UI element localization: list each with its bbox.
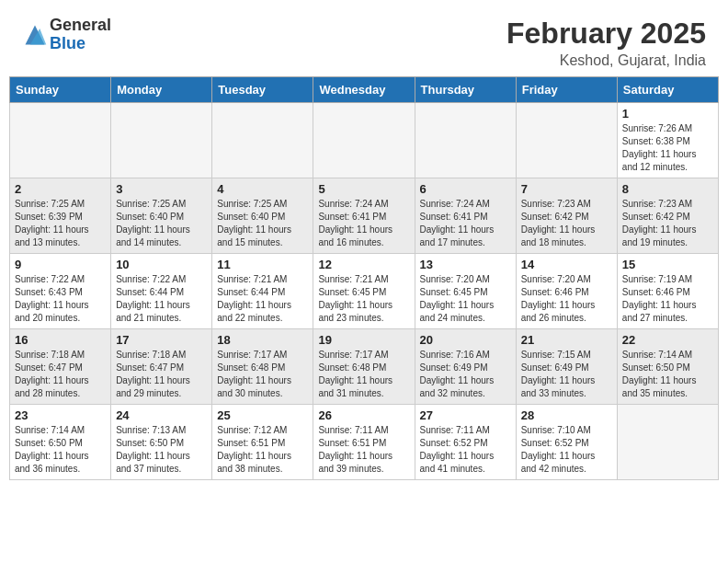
- day-cell-6: 6Sunrise: 7:24 AM Sunset: 6:41 PM Daylig…: [415, 178, 516, 254]
- logo-general-text: General: [50, 17, 111, 35]
- day-cell-8: 8Sunrise: 7:23 AM Sunset: 6:42 PM Daylig…: [617, 178, 718, 254]
- day-info: Sunrise: 7:11 AM Sunset: 6:51 PM Dayligh…: [318, 424, 409, 476]
- day-info: Sunrise: 7:24 AM Sunset: 6:41 PM Dayligh…: [420, 198, 511, 249]
- day-number: 10: [116, 258, 207, 271]
- week-row-5: 23Sunrise: 7:14 AM Sunset: 6:50 PM Dayli…: [10, 405, 719, 480]
- calendar-wrapper: SundayMondayTuesdayWednesdayThursdayFrid…: [0, 76, 728, 489]
- logo: General Blue: [22, 17, 111, 53]
- day-cell-13: 13Sunrise: 7:20 AM Sunset: 6:45 PM Dayli…: [415, 254, 516, 329]
- day-info: Sunrise: 7:19 AM Sunset: 6:46 PM Dayligh…: [622, 273, 713, 325]
- day-number: 2: [15, 182, 106, 196]
- day-cell-17: 17Sunrise: 7:18 AM Sunset: 6:47 PM Dayli…: [111, 329, 212, 405]
- day-cell-16: 16Sunrise: 7:18 AM Sunset: 6:47 PM Dayli…: [10, 329, 111, 405]
- logo-blue-text: Blue: [50, 35, 111, 53]
- day-number: 5: [318, 182, 409, 196]
- day-info: Sunrise: 7:20 AM Sunset: 6:45 PM Dayligh…: [420, 273, 511, 325]
- day-cell-23: 23Sunrise: 7:14 AM Sunset: 6:50 PM Dayli…: [10, 405, 111, 480]
- title-block: February 2025 Keshod, Gujarat, India: [506, 17, 706, 69]
- day-header-sunday: Sunday: [10, 77, 111, 103]
- week-row-3: 9Sunrise: 7:22 AM Sunset: 6:43 PM Daylig…: [10, 254, 719, 329]
- day-info: Sunrise: 7:11 AM Sunset: 6:52 PM Dayligh…: [420, 424, 511, 476]
- empty-cell: [313, 103, 415, 178]
- day-info: Sunrise: 7:12 AM Sunset: 6:51 PM Dayligh…: [217, 424, 308, 476]
- day-header-friday: Friday: [516, 77, 617, 103]
- day-cell-1: 1Sunrise: 7:26 AM Sunset: 6:38 PM Daylig…: [617, 103, 718, 178]
- day-info: Sunrise: 7:23 AM Sunset: 6:42 PM Dayligh…: [622, 198, 713, 249]
- calendar-header: SundayMondayTuesdayWednesdayThursdayFrid…: [10, 77, 719, 103]
- empty-cell: [516, 103, 617, 178]
- empty-cell: [212, 103, 313, 178]
- day-number: 19: [318, 333, 409, 347]
- empty-cell: [415, 103, 516, 178]
- day-info: Sunrise: 7:17 AM Sunset: 6:48 PM Dayligh…: [318, 349, 409, 400]
- day-number: 15: [622, 258, 713, 271]
- calendar-table: SundayMondayTuesdayWednesdayThursdayFrid…: [9, 76, 719, 480]
- day-cell-28: 28Sunrise: 7:10 AM Sunset: 6:52 PM Dayli…: [516, 405, 617, 480]
- day-cell-7: 7Sunrise: 7:23 AM Sunset: 6:42 PM Daylig…: [516, 178, 617, 254]
- day-info: Sunrise: 7:16 AM Sunset: 6:49 PM Dayligh…: [420, 349, 511, 400]
- day-info: Sunrise: 7:10 AM Sunset: 6:52 PM Dayligh…: [521, 424, 612, 476]
- day-cell-2: 2Sunrise: 7:25 AM Sunset: 6:39 PM Daylig…: [10, 178, 111, 254]
- day-number: 18: [217, 333, 308, 347]
- day-number: 4: [217, 182, 308, 196]
- day-info: Sunrise: 7:22 AM Sunset: 6:44 PM Dayligh…: [116, 273, 207, 325]
- day-cell-3: 3Sunrise: 7:25 AM Sunset: 6:40 PM Daylig…: [111, 178, 212, 254]
- week-row-1: 1Sunrise: 7:26 AM Sunset: 6:38 PM Daylig…: [10, 103, 719, 178]
- day-cell-10: 10Sunrise: 7:22 AM Sunset: 6:44 PM Dayli…: [111, 254, 212, 329]
- day-number: 13: [420, 258, 511, 271]
- logo-icon: [22, 22, 48, 48]
- day-number: 1: [622, 107, 713, 121]
- day-info: Sunrise: 7:15 AM Sunset: 6:49 PM Dayligh…: [521, 349, 612, 400]
- day-cell-24: 24Sunrise: 7:13 AM Sunset: 6:50 PM Dayli…: [111, 405, 212, 480]
- day-number: 26: [318, 408, 409, 422]
- day-info: Sunrise: 7:20 AM Sunset: 6:46 PM Dayligh…: [521, 273, 612, 325]
- day-cell-5: 5Sunrise: 7:24 AM Sunset: 6:41 PM Daylig…: [313, 178, 415, 254]
- day-number: 27: [420, 408, 511, 422]
- day-info: Sunrise: 7:14 AM Sunset: 6:50 PM Dayligh…: [622, 349, 713, 400]
- day-header-wednesday: Wednesday: [313, 77, 415, 103]
- day-cell-26: 26Sunrise: 7:11 AM Sunset: 6:51 PM Dayli…: [313, 405, 415, 480]
- day-cell-4: 4Sunrise: 7:25 AM Sunset: 6:40 PM Daylig…: [212, 178, 313, 254]
- day-number: 9: [15, 258, 106, 271]
- day-cell-14: 14Sunrise: 7:20 AM Sunset: 6:46 PM Dayli…: [516, 254, 617, 329]
- day-info: Sunrise: 7:25 AM Sunset: 6:40 PM Dayligh…: [217, 198, 308, 249]
- day-info: Sunrise: 7:25 AM Sunset: 6:39 PM Dayligh…: [15, 198, 106, 249]
- day-info: Sunrise: 7:14 AM Sunset: 6:50 PM Dayligh…: [15, 424, 106, 476]
- calendar-subtitle: Keshod, Gujarat, India: [506, 52, 706, 69]
- day-number: 25: [217, 408, 308, 422]
- logo-text: General Blue: [50, 17, 111, 53]
- day-cell-20: 20Sunrise: 7:16 AM Sunset: 6:49 PM Dayli…: [415, 329, 516, 405]
- day-cell-21: 21Sunrise: 7:15 AM Sunset: 6:49 PM Dayli…: [516, 329, 617, 405]
- day-number: 17: [116, 333, 207, 347]
- day-info: Sunrise: 7:23 AM Sunset: 6:42 PM Dayligh…: [521, 198, 612, 249]
- day-info: Sunrise: 7:18 AM Sunset: 6:47 PM Dayligh…: [15, 349, 106, 400]
- day-number: 11: [217, 258, 308, 271]
- header-row: SundayMondayTuesdayWednesdayThursdayFrid…: [10, 77, 719, 103]
- day-number: 12: [318, 258, 409, 271]
- day-info: Sunrise: 7:18 AM Sunset: 6:47 PM Dayligh…: [116, 349, 207, 400]
- day-cell-25: 25Sunrise: 7:12 AM Sunset: 6:51 PM Dayli…: [212, 405, 313, 480]
- day-number: 24: [116, 408, 207, 422]
- day-info: Sunrise: 7:26 AM Sunset: 6:38 PM Dayligh…: [622, 122, 713, 174]
- day-info: Sunrise: 7:21 AM Sunset: 6:45 PM Dayligh…: [318, 273, 409, 325]
- day-header-saturday: Saturday: [617, 77, 718, 103]
- day-number: 14: [521, 258, 612, 271]
- day-cell-12: 12Sunrise: 7:21 AM Sunset: 6:45 PM Dayli…: [313, 254, 415, 329]
- day-info: Sunrise: 7:24 AM Sunset: 6:41 PM Dayligh…: [318, 198, 409, 249]
- day-info: Sunrise: 7:21 AM Sunset: 6:44 PM Dayligh…: [217, 273, 308, 325]
- week-row-4: 16Sunrise: 7:18 AM Sunset: 6:47 PM Dayli…: [10, 329, 719, 405]
- empty-cell: [617, 405, 718, 480]
- page: General Blue February 2025 Keshod, Gujar…: [0, 0, 728, 563]
- day-cell-22: 22Sunrise: 7:14 AM Sunset: 6:50 PM Dayli…: [617, 329, 718, 405]
- week-row-2: 2Sunrise: 7:25 AM Sunset: 6:39 PM Daylig…: [10, 178, 719, 254]
- day-cell-11: 11Sunrise: 7:21 AM Sunset: 6:44 PM Dayli…: [212, 254, 313, 329]
- day-number: 16: [15, 333, 106, 347]
- day-number: 20: [420, 333, 511, 347]
- day-number: 8: [622, 182, 713, 196]
- day-cell-19: 19Sunrise: 7:17 AM Sunset: 6:48 PM Dayli…: [313, 329, 415, 405]
- day-cell-18: 18Sunrise: 7:17 AM Sunset: 6:48 PM Dayli…: [212, 329, 313, 405]
- day-info: Sunrise: 7:25 AM Sunset: 6:40 PM Dayligh…: [116, 198, 207, 249]
- day-number: 7: [521, 182, 612, 196]
- day-number: 6: [420, 182, 511, 196]
- calendar-body: 1Sunrise: 7:26 AM Sunset: 6:38 PM Daylig…: [10, 103, 719, 480]
